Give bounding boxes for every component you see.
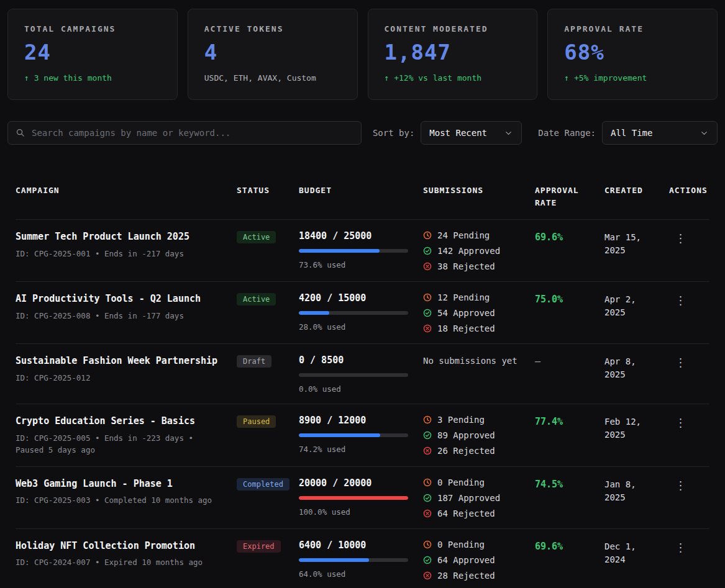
- clock-icon: [423, 540, 432, 549]
- campaign-cell: Sustainable Fashion Week Partnership ID:…: [16, 355, 237, 384]
- status-badge: Active: [237, 293, 276, 305]
- approved-count: 64 Approved: [423, 555, 519, 565]
- status-cell: Active: [237, 230, 299, 243]
- date-range-select[interactable]: All Time: [602, 121, 718, 145]
- table-row: Summer Tech Product Launch 2025 ID: CPG-…: [16, 220, 709, 282]
- column-header-budget: BUDGET: [299, 184, 423, 197]
- pending-count: 3 Pending: [423, 415, 519, 425]
- status-cell: Active: [237, 292, 299, 305]
- approved-count: 54 Approved: [423, 308, 519, 318]
- approval-rate-value: 74.5%: [535, 477, 604, 490]
- pending-count: 0 Pending: [423, 540, 519, 550]
- stat-sub: ↑ +5% improvement: [564, 73, 701, 83]
- stat-label: TOTAL CAMPAIGNS: [24, 24, 161, 34]
- row-actions-button[interactable]: ⋮: [670, 292, 691, 309]
- budget-used-label: 74.2% used: [299, 445, 407, 454]
- approval-rate-value: 69.6%: [535, 540, 604, 552]
- stat-value: 1,847: [385, 40, 521, 65]
- budget-progress-fill: [299, 311, 329, 315]
- status-badge: Active: [237, 231, 276, 243]
- clock-icon: [423, 478, 432, 487]
- submissions-cell: 0 Pending 187 Approved 64 Rejected: [423, 477, 535, 518]
- budget-progress-bar: [299, 558, 408, 562]
- budget-used-label: 73.6% used: [299, 260, 407, 269]
- pending-count: 12 Pending: [423, 292, 519, 302]
- status-badge: Completed: [237, 478, 290, 491]
- x-circle-icon: [423, 446, 432, 455]
- sort-by-label: Sort by:: [373, 128, 414, 138]
- submissions-cell: 3 Pending 89 Approved 26 Rejected: [423, 415, 535, 456]
- actions-cell: ⋮: [669, 540, 709, 556]
- row-actions-button[interactable]: ⋮: [670, 355, 691, 371]
- search-box: [7, 121, 362, 145]
- search-icon: [16, 128, 25, 137]
- status-cell: Draft: [237, 355, 299, 368]
- created-date: Feb 12, 2025: [604, 415, 669, 441]
- status-badge: Paused: [237, 415, 276, 428]
- stat-value: 68%: [564, 40, 701, 65]
- campaign-meta: ID: CPG-2024-007 • Expired 10 months ago: [16, 557, 221, 569]
- row-actions-button[interactable]: ⋮: [670, 540, 691, 556]
- campaign-meta: ID: CPG-2025-005 • Ends in -223 days • P…: [16, 433, 221, 456]
- x-circle-icon: [423, 324, 432, 333]
- campaign-meta: ID: CPG-2025-003 • Completed 10 months a…: [16, 495, 221, 507]
- budget-progress-fill: [299, 249, 380, 253]
- budget-cell: 18400 / 25000 73.6% used: [299, 230, 423, 269]
- row-actions-button[interactable]: ⋮: [670, 477, 691, 494]
- chevron-down-icon: [504, 129, 513, 138]
- actions-cell: ⋮: [669, 355, 709, 371]
- stat-card-active-tokens: ACTIVE TOKENS 4 USDC, ETH, AVAX, Custom: [188, 9, 358, 100]
- stat-sub: ↑ 3 new this month: [24, 73, 161, 83]
- created-date: Dec 1, 2024: [604, 540, 669, 566]
- x-circle-icon: [423, 509, 432, 518]
- row-actions-button[interactable]: ⋮: [670, 230, 691, 247]
- budget-progress-fill: [299, 496, 408, 500]
- approved-label: 187 Approved: [437, 493, 500, 503]
- stat-sub: ↑ +12% vs last month: [385, 73, 521, 83]
- rejected-count: 64 Rejected: [423, 509, 519, 518]
- campaign-dashboard: TOTAL CAMPAIGNS 24 ↑ 3 new this month AC…: [0, 0, 725, 588]
- x-circle-icon: [423, 262, 432, 271]
- approved-count: 142 Approved: [423, 246, 519, 256]
- pending-label: 0 Pending: [437, 477, 485, 487]
- sort-select[interactable]: Most Recent: [421, 121, 522, 145]
- rejected-count: 18 Rejected: [423, 323, 519, 333]
- campaigns-table: CAMPAIGN STATUS BUDGET SUBMISSIONS APPRO…: [7, 173, 718, 588]
- pending-label: 3 Pending: [437, 415, 485, 425]
- column-header-submissions: SUBMISSIONS: [423, 184, 535, 197]
- approval-rate-value: 77.4%: [535, 415, 604, 427]
- clock-icon: [423, 231, 432, 240]
- campaign-cell: AI Productivity Tools - Q2 Launch ID: CP…: [16, 292, 237, 322]
- table-header: CAMPAIGN STATUS BUDGET SUBMISSIONS APPRO…: [16, 173, 709, 220]
- actions-cell: ⋮: [669, 477, 709, 494]
- budget-cell: 4200 / 15000 28.0% used: [299, 292, 423, 332]
- rejected-count: 28 Rejected: [423, 571, 519, 581]
- stat-label: ACTIVE TOKENS: [204, 24, 341, 34]
- table-row: Crypto Education Series - Basics ID: CPG…: [16, 404, 709, 466]
- budget-amount: 6400 / 10000: [299, 540, 407, 551]
- status-cell: Completed: [237, 477, 299, 491]
- clock-icon: [423, 415, 432, 424]
- row-actions-button[interactable]: ⋮: [670, 415, 691, 431]
- stat-card-approval-rate: APPROVAL RATE 68% ↑ +5% improvement: [547, 9, 718, 100]
- actions-cell: ⋮: [669, 230, 709, 247]
- campaign-title: Summer Tech Product Launch 2025: [16, 230, 221, 244]
- actions-cell: ⋮: [669, 415, 709, 431]
- rejected-label: 26 Rejected: [437, 446, 495, 456]
- campaign-cell: Holiday NFT Collection Promotion ID: CPG…: [16, 540, 237, 569]
- stat-card-content-moderated: CONTENT MODERATED 1,847 ↑ +12% vs last m…: [368, 9, 538, 100]
- table-row: AI Productivity Tools - Q2 Launch ID: CP…: [16, 282, 709, 344]
- status-badge: Expired: [237, 540, 281, 553]
- stat-value: 4: [204, 40, 341, 65]
- budget-amount: 18400 / 25000: [299, 230, 407, 242]
- submissions-cell: 0 Pending 64 Approved 28 Rejected: [423, 540, 535, 581]
- x-circle-icon: [423, 571, 432, 580]
- campaign-cell: Web3 Gaming Launch - Phase 1 ID: CPG-202…: [16, 477, 237, 507]
- search-input[interactable]: [7, 121, 362, 145]
- budget-amount: 4200 / 15000: [299, 292, 407, 304]
- budget-progress-bar: [299, 311, 408, 315]
- stat-label: APPROVAL RATE: [564, 24, 701, 34]
- column-header-actions: ACTIONS: [669, 184, 710, 197]
- column-header-campaign: CAMPAIGN: [16, 184, 237, 197]
- date-range-select-value: All Time: [611, 128, 652, 138]
